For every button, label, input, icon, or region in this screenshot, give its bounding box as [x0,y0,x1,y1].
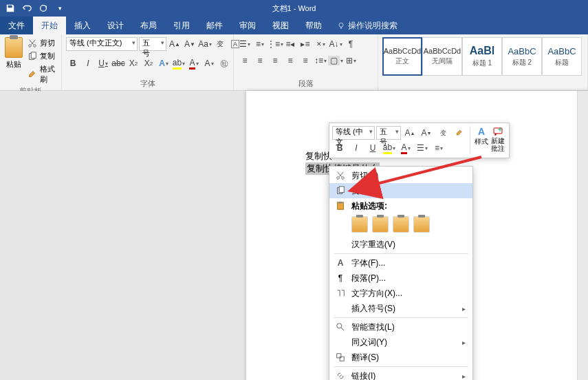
strikethrough-button[interactable]: abc [111,56,125,70]
subscript-button[interactable]: X2 [127,56,140,70]
mini-font-color[interactable]: A [398,141,413,155]
tell-me-search[interactable]: 操作说明搜索 [330,17,404,34]
enclose-char-button[interactable]: ㊓ [217,56,231,70]
ctx-translate-label: 翻译(S) [351,352,379,363]
style-card-4[interactable]: AaBbC标题 [542,37,582,76]
numbering-button[interactable]: ≡ [253,37,267,51]
tab-insert[interactable]: 插入 [66,17,99,34]
paste-text-only[interactable] [413,216,430,233]
highlight-button[interactable]: ab [172,56,186,70]
ctx-copy[interactable]: 复制(C) [329,183,472,198]
paste-keep-source[interactable] [351,216,368,233]
svg-point-7 [337,177,340,180]
style-card-2[interactable]: AaBl标题 1 [462,37,502,76]
save-icon[interactable] [6,3,15,13]
tab-design[interactable]: 设计 [99,17,132,34]
mini-bullets[interactable]: ☰ [415,141,430,155]
mini-numbering[interactable]: ≡ [431,141,446,155]
style-preview: AaBbC [508,46,536,56]
paste-merge[interactable] [372,216,389,233]
mini-shrink-font[interactable]: A▼ [419,126,434,140]
format-painter-button[interactable]: 格式刷 [26,63,57,85]
style-card-3[interactable]: AaBbC标题 2 [502,37,542,76]
sort-button[interactable]: A↓ [329,37,342,51]
font-color-button[interactable]: A [187,56,201,70]
tab-file[interactable]: 文件 [0,17,33,34]
mini-italic[interactable]: I [349,141,364,155]
align-center-button[interactable]: ≡ [253,54,267,67]
tab-review[interactable]: 审阅 [231,17,264,34]
mini-underline[interactable]: U [365,141,380,155]
ctx-insert-symbol[interactable]: 插入符号(S) ▸ [329,301,472,316]
paste-picture[interactable] [393,216,409,233]
svg-point-3 [34,44,36,47]
ctx-ime-reconvert[interactable]: 汉字重选(V) [329,237,472,252]
style-card-0[interactable]: AaBbCcDd正文 [382,37,422,76]
justify-button[interactable]: ≡ [283,54,297,67]
mini-styles-label: 样式 [475,137,488,147]
ctx-text-direction[interactable]: 文字方向(X)... [329,286,472,301]
ctx-paragraph[interactable]: ¶ 段落(P)... [329,271,472,286]
brush-icon [28,70,37,79]
mini-styles-button[interactable]: A 样式 [473,126,490,155]
tab-help[interactable]: 帮助 [297,17,330,34]
align-left-button[interactable]: ≡ [238,54,252,67]
redo-icon[interactable] [39,3,48,13]
mini-format-painter[interactable] [452,126,467,140]
ctx-smart-lookup[interactable]: 智能查找(L) [329,319,472,335]
ctx-synonyms-label: 同义词(Y) [351,337,387,348]
qat-more-icon[interactable]: ▾ [55,3,65,13]
svg-rect-14 [337,354,341,358]
group-paragraph: ☰ ≡ ⋮≡ ≡◂ ▸≡ ✕ A↓ ¶ ≡ ≡ ≡ ≡ ≡ ↕≡ ▢ ⊞ 段落 [234,34,378,90]
decrease-indent-button[interactable]: ≡◂ [283,37,297,51]
mini-grow-font[interactable]: A▲ [402,126,417,140]
distribute-button[interactable]: ≡ [298,54,312,67]
mini-new-comment-button[interactable]: 新建 批注 [490,126,506,155]
font-size-select[interactable]: 五号 [139,37,166,51]
mini-phonetic[interactable]: 变 [435,126,450,140]
ctx-ime-label: 汉字重选(V) [351,239,395,251]
multilevel-button[interactable]: ⋮≡ [268,37,282,51]
char-shading-button[interactable]: A [202,56,216,70]
change-case-button[interactable]: Aa [198,37,212,51]
ctx-synonyms[interactable]: 同义词(Y) ▸ [329,335,472,350]
bullets-button[interactable]: ☰ [238,37,252,51]
svg-rect-5 [31,52,36,58]
borders-button[interactable]: ⊞ [344,54,358,67]
mini-size-select[interactable]: 五号 [376,126,401,140]
phonetic-guide-button[interactable]: 变 [213,37,227,51]
show-marks-button[interactable]: ¶ [344,37,358,51]
bold-button[interactable]: B [66,56,80,70]
asian-layout-button[interactable]: ✕ [314,37,327,51]
undo-icon[interactable] [22,3,32,13]
tab-mailings[interactable]: 邮件 [198,17,231,34]
font-name-select[interactable]: 等线 (中文正文) [66,37,138,51]
increase-indent-button[interactable]: ▸≡ [298,37,312,51]
tab-layout[interactable]: 布局 [132,17,165,34]
mini-font-select[interactable]: 等线 (中文 [332,126,375,140]
italic-button[interactable]: I [81,56,95,70]
ctx-font[interactable]: A 字体(F)... [329,255,472,271]
tab-home[interactable]: 开始 [33,17,66,34]
ctx-cut[interactable]: 剪切(T) [329,168,472,183]
cut-button[interactable]: 剪切 [26,37,57,49]
vertical-scrollbar[interactable] [577,91,588,380]
ctx-link[interactable]: 链接(I) ▸ [329,368,472,380]
tab-view[interactable]: 视图 [264,17,297,34]
shading-button[interactable]: ▢ [329,54,342,67]
style-card-1[interactable]: AaBbCcDd无间隔 [422,37,462,76]
grow-font-button[interactable]: A▲ [168,37,182,51]
shrink-font-button[interactable]: A▼ [183,37,197,51]
line-spacing-button[interactable]: ↕≡ [314,54,327,67]
copy-button[interactable]: 复制 [26,50,57,62]
svg-point-1 [339,23,343,27]
text-effects-button[interactable]: A [157,56,171,70]
tab-references[interactable]: 引用 [165,17,198,34]
ctx-translate[interactable]: 翻译(S) [329,350,472,365]
superscript-button[interactable]: X2 [142,56,155,70]
paste-button[interactable]: 粘贴 [4,37,23,70]
style-name: 标题 2 [512,58,532,67]
align-right-button[interactable]: ≡ [268,54,282,67]
style-preview: AaBbCcDd [384,47,421,55]
underline-button[interactable]: U [96,56,110,70]
